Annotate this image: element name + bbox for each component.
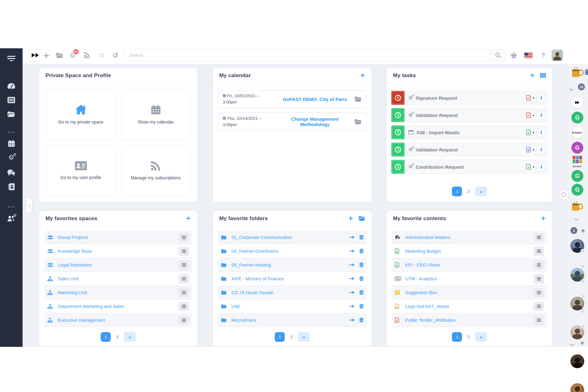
drag-handle-icon[interactable]: [533, 246, 544, 256]
drag-handle-icon[interactable]: [533, 315, 544, 325]
contact-avatar[interactable]: [570, 297, 584, 310]
search-input[interactable]: [125, 50, 490, 61]
task-file-menu[interactable]: X ▾: [526, 164, 534, 170]
page-1-button[interactable]: 1: [452, 187, 462, 196]
list-item[interactable]: Marketing Budget: [392, 244, 547, 258]
space-link[interactable]: Marketing Unit: [58, 290, 178, 295]
list-item[interactable]: Sales Unit: [44, 272, 192, 286]
go-to-folder-icon[interactable]: [349, 263, 355, 267]
contact-avatar[interactable]: [570, 383, 584, 392]
drag-handle-icon[interactable]: [533, 274, 544, 283]
content-link[interactable]: Marketing Budget: [405, 249, 533, 254]
open-event-folder-button[interactable]: [353, 119, 362, 124]
list-item[interactable]: Legal Repository: [44, 258, 192, 272]
basket-button[interactable]: [507, 46, 520, 64]
subscriptions-button[interactable]: [81, 46, 93, 64]
list-item[interactable]: KPI - CEO-Vision: [392, 258, 547, 272]
content-link[interactable]: Administrative Matters: [405, 235, 533, 240]
folder-link[interactable]: AIFE - Ministry of Finance: [231, 276, 349, 281]
add-chat-button[interactable]: +: [580, 228, 585, 234]
next-page-button[interactable]: »: [298, 332, 310, 342]
add-space-button[interactable]: +: [185, 215, 191, 222]
browse-folders-button[interactable]: [53, 46, 66, 64]
chat-room-collage[interactable]: GoFAST: [572, 156, 582, 167]
content-link[interactable]: Suggestion Box: [405, 290, 533, 295]
go-to-folder-icon[interactable]: [349, 277, 355, 281]
task-row[interactable]: S38 : Import Mautic X ▾ i: [391, 125, 548, 140]
event-title-link[interactable]: Change Management Methodology: [277, 116, 353, 127]
pinned-room-avatar[interactable]: [585, 69, 588, 75]
sidebar-item-groups-admin[interactable]: ⚙: [0, 214, 23, 224]
add-contact-button[interactable]: +: [580, 340, 585, 346]
drag-handle-icon[interactable]: [178, 315, 189, 325]
drag-handle-icon[interactable]: [178, 260, 189, 270]
go-to-folder-icon[interactable]: [349, 304, 355, 308]
list-item[interactable]: Knowledge Base: [44, 244, 192, 258]
tile-show-calendar[interactable]: Show my calendar: [121, 89, 190, 140]
folder-link[interactable]: 05_Partner-Hosting: [231, 262, 349, 268]
page-2-button[interactable]: 2: [467, 189, 469, 194]
list-item[interactable]: LNE: [218, 299, 367, 313]
language-button[interactable]: [522, 46, 535, 64]
sidebar-item-workflows[interactable]: ⚙⚙: [0, 152, 23, 162]
task-file-menu[interactable]: P ▾: [526, 112, 534, 118]
open-event-folder-button[interactable]: [353, 96, 362, 102]
drag-handle-icon[interactable]: [533, 288, 544, 297]
task-row[interactable]: ⚙⚙ Contribution Request X ▾ i: [391, 160, 548, 174]
sidebar-more-button[interactable]: [0, 127, 23, 137]
page-1-button[interactable]: 1: [452, 332, 462, 342]
trash-icon[interactable]: [359, 235, 363, 240]
favorites-button[interactable]: ☆: [95, 46, 108, 64]
task-table-view-button[interactable]: [540, 73, 546, 78]
content-link[interactable]: KPI - CEO-Vision: [405, 262, 533, 268]
list-item[interactable]: UTM - Analytics: [392, 272, 547, 286]
list-item[interactable]: Administrative Matters: [392, 230, 547, 244]
chat-room-g-green[interactable]: G: [571, 112, 583, 124]
chat-room-g-green[interactable]: G: [571, 184, 583, 196]
search-button[interactable]: [490, 50, 505, 61]
drag-handle-icon[interactable]: [178, 288, 189, 297]
page-2-button[interactable]: 2: [290, 335, 292, 339]
next-page-button[interactable]: »: [475, 332, 487, 342]
task-row[interactable]: ⚙⚙ Signature Request P ▾ i: [391, 91, 548, 105]
drag-handle-icon[interactable]: [178, 302, 189, 311]
trash-icon[interactable]: [359, 304, 363, 309]
drag-handle-icon[interactable]: [533, 233, 544, 242]
trash-icon[interactable]: [359, 262, 363, 267]
folder-link[interactable]: 01_Corporate Communication: [231, 235, 349, 240]
space-link[interactable]: Executive management: [58, 318, 178, 323]
task-file-menu[interactable]: P ▾: [526, 95, 534, 101]
list-item[interactable]: Logo GoFAST_Vector: [392, 299, 547, 313]
list-item[interactable]: CD 74 Haute-Savoie: [218, 286, 367, 299]
chat-toggle-button[interactable]: [559, 190, 569, 200]
tile-user-profile[interactable]: Go to my user profile: [46, 146, 115, 196]
task-row[interactable]: ⚙⚙ Validation Request P ▾ i: [391, 108, 548, 122]
browse-folder-button[interactable]: [358, 216, 365, 221]
content-link[interactable]: Logo GoFAST_Vector: [405, 304, 533, 309]
trash-icon[interactable]: [359, 249, 363, 253]
chat-room-gofast-logo[interactable]: GoFAST: [571, 127, 583, 139]
task-info-button[interactable]: i: [537, 94, 545, 102]
folder-link[interactable]: 04_Partner-Distributors: [231, 249, 349, 254]
list-item[interactable]: Suggestion Box: [392, 286, 547, 299]
next-page-button[interactable]: »: [124, 332, 136, 342]
space-link[interactable]: Group Projects: [58, 235, 178, 240]
add-task-button[interactable]: +: [529, 72, 535, 79]
list-item[interactable]: 01_Corporate Communication: [218, 230, 367, 244]
page-2-button[interactable]: 2: [116, 335, 118, 339]
chat-room-g-green[interactable]: G: [571, 170, 583, 182]
tile-private-space[interactable]: Go to my private space: [46, 89, 115, 140]
sidebar-item-documents[interactable]: [0, 109, 23, 119]
space-link[interactable]: Sales Unit: [58, 276, 178, 281]
folder-link[interactable]: CD 74 Haute-Savoie: [231, 290, 349, 295]
list-item[interactable]: Recruitment: [218, 313, 367, 327]
collapse-section-button[interactable]: [570, 86, 573, 92]
list-item[interactable]: Executive management: [44, 313, 192, 327]
history-button[interactable]: ↺: [109, 46, 122, 64]
chat-room-gofast-ff[interactable]: [571, 97, 583, 109]
collapse-section-button[interactable]: [575, 216, 578, 221]
space-link[interactable]: Department Marketing and Sales: [58, 304, 178, 309]
drag-handle-icon[interactable]: [533, 260, 544, 270]
chat-room-g-purple[interactable]: G: [571, 142, 583, 154]
next-page-button[interactable]: »: [475, 187, 487, 196]
